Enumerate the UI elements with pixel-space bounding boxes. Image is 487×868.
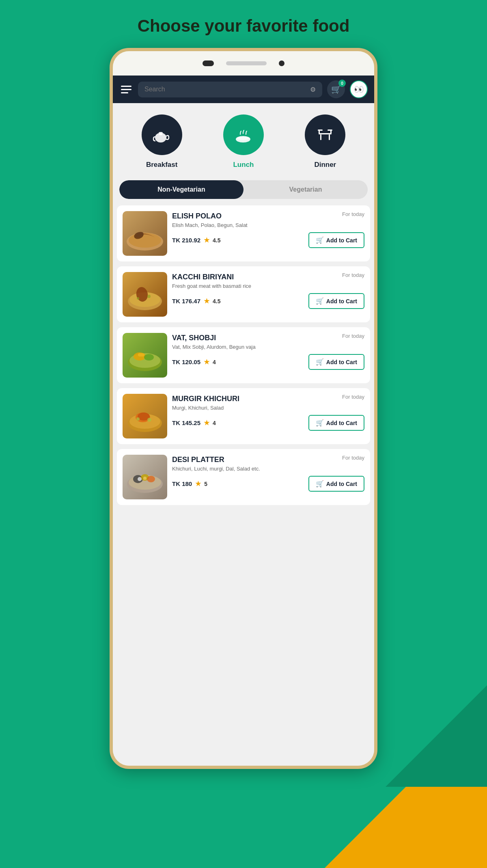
food-name-elish: ELISH POLAO xyxy=(172,212,364,220)
food-desc-murgir: Murgi, Khichuri, Salad xyxy=(172,405,364,411)
svg-rect-25 xyxy=(138,353,144,356)
food-info-elish: For today ELISH POLAO Elish Mach, Polao,… xyxy=(172,211,364,248)
app-content: ⚙ 🛒 0 👀 xyxy=(113,76,374,766)
add-to-cart-murgir[interactable]: 🛒 Add to Cart xyxy=(308,415,364,431)
svg-rect-11 xyxy=(330,130,332,134)
breakfast-circle xyxy=(142,114,182,155)
category-breakfast[interactable]: Breakfast xyxy=(142,114,182,169)
food-footer-murgir: TK 145.25 ★ 4 🛒 Add to Cart xyxy=(172,415,364,431)
svg-point-19 xyxy=(147,295,151,298)
categories-section: Breakfast Lunch xyxy=(113,103,374,177)
food-for-today-desi: For today xyxy=(342,455,364,461)
food-rating-elish: 4.5 xyxy=(213,237,220,244)
svg-rect-7 xyxy=(329,134,330,140)
svg-point-36 xyxy=(147,476,155,482)
food-for-today-elish: For today xyxy=(342,211,364,217)
cart-button[interactable]: 🛒 0 xyxy=(327,80,345,98)
tab-vegetarian[interactable]: Vegetarian xyxy=(244,180,368,199)
food-info-murgir: For today MURGIR KHICHURI Murgi, Khichur… xyxy=(172,394,364,431)
page-title: Choose your favorite food xyxy=(129,0,358,48)
hamburger-button[interactable] xyxy=(119,84,133,95)
svg-rect-8 xyxy=(318,130,323,131)
svg-point-2 xyxy=(159,132,163,134)
svg-point-30 xyxy=(147,418,151,422)
svg-rect-10 xyxy=(319,130,320,134)
add-to-cart-kacchi[interactable]: 🛒 Add to Cart xyxy=(308,293,364,309)
food-image-murgir xyxy=(123,394,167,438)
logo-emoji: 👀 xyxy=(354,84,364,94)
dinner-circle xyxy=(305,114,345,155)
lunch-circle xyxy=(223,114,264,155)
cart-btn-icon-murgir: 🛒 xyxy=(316,419,324,427)
food-rating-desi: 5 xyxy=(204,481,207,487)
star-icon-vat: ★ xyxy=(204,358,209,366)
cart-btn-icon-vat: 🛒 xyxy=(316,358,324,366)
food-desc-vat: Vat, Mix Sobji, Alurdom, Begun vaja xyxy=(172,344,364,350)
svg-point-24 xyxy=(144,354,154,361)
svg-point-20 xyxy=(137,297,139,300)
phone-frame: ⚙ 🛒 0 👀 xyxy=(110,48,377,769)
food-card-desi: For today DESI PLATTER Khichuri, Luchi, … xyxy=(117,449,370,505)
tab-non-vegetarian[interactable]: Non-Vegetarian xyxy=(119,180,244,199)
svg-point-31 xyxy=(136,417,140,421)
camera-left xyxy=(203,60,214,66)
logo-icon: 👀 xyxy=(350,80,368,98)
svg-point-4 xyxy=(237,137,250,140)
cart-btn-icon: 🛒 xyxy=(316,236,324,244)
star-icon-kacchi: ★ xyxy=(204,297,209,305)
food-info-desi: For today DESI PLATTER Khichuri, Luchi, … xyxy=(172,455,364,492)
svg-rect-9 xyxy=(328,130,332,131)
filter-icon[interactable]: ⚙ xyxy=(310,86,316,93)
food-price-kacchi: TK 176.47 ★ 4.5 xyxy=(172,297,221,305)
food-desc-kacchi: Fresh goat meat with basmati rice xyxy=(172,283,364,289)
food-list: For today ELISH POLAO Elish Mach, Polao,… xyxy=(113,205,374,505)
food-for-today-kacchi: For today xyxy=(342,272,364,278)
navbar: ⚙ 🛒 0 👀 xyxy=(113,76,374,103)
add-to-cart-desi[interactable]: 🛒 Add to Cart xyxy=(308,476,364,492)
food-card-vat: For today VAT, SHOBJI Vat, Mix Sobji, Al… xyxy=(117,327,370,383)
food-card-murgir: For today MURGIR KHICHURI Murgi, Khichur… xyxy=(117,388,370,444)
food-image-elish xyxy=(123,211,167,256)
food-for-today-vat: For today xyxy=(342,333,364,339)
phone-top-bar xyxy=(113,51,374,76)
food-rating-kacchi: 4.5 xyxy=(213,298,220,304)
food-name-kacchi: KACCHI BIRIYANI xyxy=(172,273,364,281)
svg-point-37 xyxy=(138,477,142,481)
diet-tabs: Non-Vegetarian Vegetarian xyxy=(119,180,368,199)
add-to-cart-vat[interactable]: 🛒 Add to Cart xyxy=(308,354,364,370)
star-icon: ★ xyxy=(204,236,209,244)
food-price-vat: TK 120.05 ★ 4 xyxy=(172,358,216,366)
food-name-desi: DESI PLATTER xyxy=(172,456,364,464)
star-icon-desi: ★ xyxy=(195,480,201,488)
lunch-label: Lunch xyxy=(233,161,254,169)
food-rating-murgir: 4 xyxy=(213,420,216,426)
food-price-murgir: TK 145.25 ★ 4 xyxy=(172,419,216,427)
add-to-cart-elish[interactable]: 🛒 Add to Cart xyxy=(308,232,364,248)
category-dinner[interactable]: Dinner xyxy=(305,114,345,169)
food-desc-desi: Khichuri, Luchi, murgi, Dal, Salad etc. xyxy=(172,466,364,472)
food-card-elish-polao: For today ELISH POLAO Elish Mach, Polao,… xyxy=(117,205,370,261)
search-bar[interactable]: ⚙ xyxy=(138,82,322,97)
food-info-kacchi: For today KACCHI BIRIYANI Fresh goat mea… xyxy=(172,272,364,309)
food-name-murgir: MURGIR KHICHURI xyxy=(172,395,364,403)
food-image-desi xyxy=(123,455,167,499)
food-footer-desi: TK 180 ★ 5 🛒 Add to Cart xyxy=(172,476,364,492)
food-desc-elish: Elish Mach, Polao, Begun, Salat xyxy=(172,222,364,228)
food-price-elish: TK 210.92 ★ 4.5 xyxy=(172,236,221,244)
food-for-today-murgir: For today xyxy=(342,394,364,400)
food-image-vat xyxy=(123,333,167,378)
search-input[interactable] xyxy=(144,86,306,93)
svg-point-13 xyxy=(129,233,161,248)
camera-right xyxy=(279,60,284,66)
dinner-label: Dinner xyxy=(314,161,336,169)
food-footer-vat: TK 120.05 ★ 4 🛒 Add to Cart xyxy=(172,354,364,370)
category-lunch[interactable]: Lunch xyxy=(223,114,264,169)
food-image-kacchi xyxy=(123,272,167,317)
speaker xyxy=(226,61,267,65)
food-footer-kacchi: TK 176.47 ★ 4.5 🛒 Add to Cart xyxy=(172,293,364,309)
star-icon-murgir: ★ xyxy=(204,419,209,427)
food-rating-vat: 4 xyxy=(213,359,216,365)
food-price-desi: TK 180 ★ 5 xyxy=(172,480,207,488)
svg-point-38 xyxy=(143,477,147,480)
cart-btn-icon-desi: 🛒 xyxy=(316,480,324,488)
